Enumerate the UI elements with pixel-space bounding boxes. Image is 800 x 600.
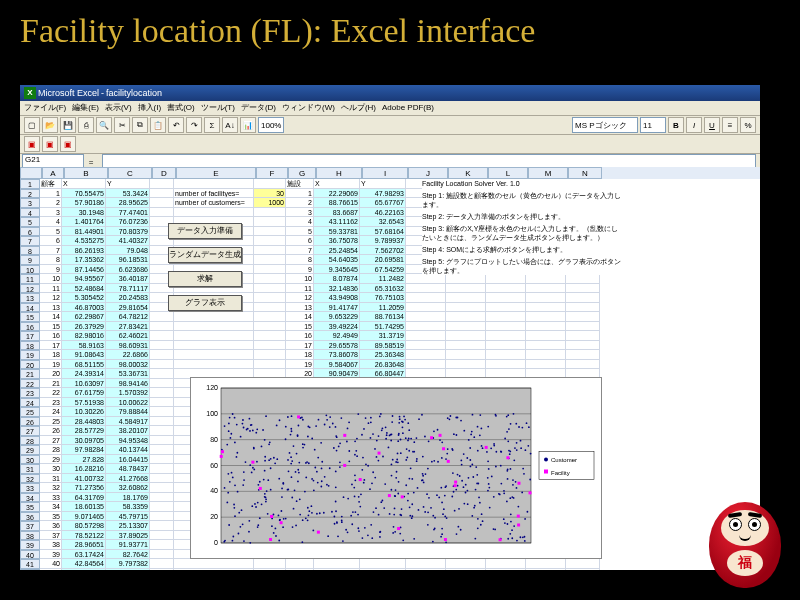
cell[interactable] — [150, 483, 174, 493]
cell[interactable]: 5 — [286, 227, 314, 237]
cell[interactable]: 57.68164 — [360, 227, 406, 237]
row-header[interactable]: 6 — [20, 227, 40, 237]
cell[interactable] — [150, 417, 174, 427]
cell[interactable]: 91.93771 — [106, 540, 150, 550]
cell[interactable]: 81.44901 — [62, 227, 106, 237]
cell[interactable]: 53.3424 — [106, 189, 150, 199]
cell[interactable] — [254, 227, 286, 237]
cell[interactable] — [254, 246, 286, 256]
cell[interactable]: 62.29867 — [62, 312, 106, 322]
cell[interactable]: 37 — [40, 531, 62, 541]
redo-icon[interactable]: ↷ — [186, 117, 202, 133]
row-header[interactable]: 33 — [20, 483, 40, 493]
cell[interactable]: 18.1769 — [106, 493, 150, 503]
cell[interactable]: 97.98284 — [62, 445, 106, 455]
cell[interactable] — [150, 445, 174, 455]
cell[interactable]: 65.67767 — [360, 198, 406, 208]
cell[interactable]: 37.89025 — [106, 531, 150, 541]
cell[interactable] — [486, 341, 526, 351]
cell[interactable] — [486, 569, 526, 571]
cell[interactable]: 1 — [40, 189, 62, 199]
cell[interactable] — [150, 569, 174, 571]
cell[interactable]: 24.39314 — [62, 369, 106, 379]
cell[interactable]: 9 — [40, 265, 62, 275]
cell[interactable]: 23 — [40, 398, 62, 408]
cut-icon[interactable]: ✂ — [114, 117, 130, 133]
cell[interactable]: 98.00032 — [106, 360, 150, 370]
cell[interactable]: 98.94146 — [106, 379, 150, 389]
cell[interactable]: 35 — [40, 512, 62, 522]
cell[interactable]: 34 — [40, 502, 62, 512]
cell[interactable]: 11 — [286, 284, 314, 294]
cell[interactable]: 9.797382 — [106, 559, 150, 569]
cell[interactable]: number of facilityes= — [174, 189, 254, 199]
cell[interactable]: 92.4949 — [314, 331, 360, 341]
cell[interactable]: 88.76134 — [360, 312, 406, 322]
cell[interactable]: 98.60931 — [106, 341, 150, 351]
menu-item[interactable]: Adobe PDF(B) — [382, 101, 434, 115]
cell[interactable]: 22 — [40, 388, 62, 398]
cell[interactable]: 24 — [40, 407, 62, 417]
col-header[interactable]: H — [316, 167, 362, 179]
cell[interactable] — [150, 360, 174, 370]
cell[interactable]: 51.74295 — [360, 322, 406, 332]
cell[interactable]: 3 — [286, 208, 314, 218]
cell[interactable]: 10.63097 — [62, 379, 106, 389]
cell[interactable] — [566, 360, 600, 370]
row-header[interactable]: 24 — [20, 398, 40, 408]
zoom-select[interactable]: 100% — [258, 117, 284, 133]
cell[interactable] — [150, 350, 174, 360]
cell[interactable] — [150, 369, 174, 379]
cell[interactable]: X — [314, 179, 360, 189]
cell[interactable]: 11 — [40, 284, 62, 294]
row-header[interactable]: 5 — [20, 217, 40, 227]
col-header[interactable]: I — [362, 167, 408, 179]
cell[interactable] — [150, 521, 174, 531]
autosum-icon[interactable]: Σ — [204, 117, 220, 133]
cell[interactable]: 73.86078 — [314, 350, 360, 360]
cell[interactable]: 40.13744 — [106, 445, 150, 455]
cell[interactable]: 28.57729 — [62, 426, 106, 436]
cell[interactable]: 58.3359 — [106, 502, 150, 512]
cell[interactable]: 78.71117 — [106, 284, 150, 294]
row-header[interactable]: 3 — [20, 198, 40, 208]
cell[interactable]: 58.9163 — [62, 341, 106, 351]
menu-item[interactable]: 挿入(I) — [138, 101, 162, 115]
cell[interactable] — [150, 398, 174, 408]
cell[interactable]: 9.071465 — [62, 512, 106, 522]
cell[interactable]: 39 — [40, 550, 62, 560]
cell[interactable]: 4.535275 — [62, 236, 106, 246]
new-icon[interactable]: ▢ — [24, 117, 40, 133]
cell[interactable]: 8 — [286, 255, 314, 265]
cell[interactable]: 25.36348 — [360, 350, 406, 360]
cell[interactable] — [566, 312, 600, 322]
cell[interactable] — [566, 350, 600, 360]
cell[interactable]: 7 — [286, 246, 314, 256]
cell[interactable]: 89.58519 — [360, 341, 406, 351]
cell[interactable]: 15 — [40, 322, 62, 332]
cell[interactable] — [406, 293, 446, 303]
cell[interactable] — [406, 303, 446, 313]
cell[interactable] — [406, 559, 446, 569]
row-header[interactable]: 27 — [20, 426, 40, 436]
cell[interactable] — [360, 569, 406, 571]
cell[interactable]: 22.6866 — [106, 350, 150, 360]
cell[interactable] — [446, 293, 486, 303]
cell[interactable]: 9.789937 — [360, 236, 406, 246]
cell[interactable]: 25.13307 — [106, 521, 150, 531]
font-size[interactable]: 11 — [640, 117, 666, 133]
cell[interactable] — [446, 274, 486, 284]
cell[interactable]: 5.305452 — [62, 293, 106, 303]
cell[interactable]: 32.60862 — [106, 483, 150, 493]
cell[interactable] — [254, 569, 286, 571]
cell[interactable] — [486, 559, 526, 569]
cell[interactable]: 40 — [40, 559, 62, 569]
cell[interactable]: 32.14836 — [314, 284, 360, 294]
cell[interactable]: 9 — [286, 265, 314, 275]
cell[interactable] — [566, 303, 600, 313]
cell[interactable] — [150, 388, 174, 398]
cell[interactable]: 32.6543 — [360, 217, 406, 227]
cell[interactable]: 9.345645 — [314, 265, 360, 275]
cell[interactable]: 6.623686 — [106, 265, 150, 275]
currency-icon[interactable]: % — [740, 117, 756, 133]
